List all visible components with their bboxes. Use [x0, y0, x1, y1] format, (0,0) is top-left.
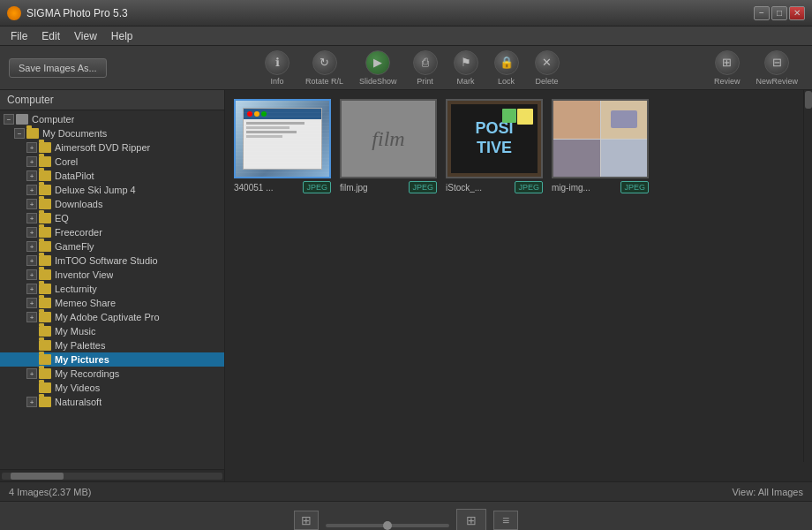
expand-btn[interactable]: + — [26, 170, 37, 181]
expand-btn[interactable]: − — [14, 128, 25, 139]
folder-icon — [39, 298, 51, 308]
tree-item-imtoo[interactable]: + ImTOO Software Studio — [0, 254, 224, 268]
thumbnail-img2[interactable]: film film.jpg JPEG — [340, 99, 437, 193]
tree-item-my-music[interactable]: My Music — [0, 324, 224, 338]
sticky-note-green — [502, 109, 516, 123]
expand-btn[interactable]: + — [26, 397, 37, 407]
mark-button[interactable]: ⚑ Mark — [448, 49, 484, 87]
expand-btn[interactable]: + — [26, 269, 37, 280]
thumbnail-img1[interactable]: 340051 ... JPEG — [234, 99, 331, 193]
menu-edit[interactable]: Edit — [34, 28, 67, 44]
small-view-button[interactable]: ⊞ Small — [294, 511, 319, 530]
expand-btn[interactable]: + — [26, 142, 37, 153]
jpeg-badge: JPEG — [409, 181, 437, 193]
thumb-frame-3[interactable]: POSITIVE — [446, 99, 543, 178]
thumb-frame-2[interactable]: film — [340, 99, 437, 178]
newreview-button[interactable]: ⊟ NewReview — [750, 49, 803, 87]
tree-item-my-documents[interactable]: − My Documents — [0, 126, 224, 140]
tree-item-deluxe-ski[interactable]: + Deluxe Ski Jump 4 — [0, 183, 224, 197]
list-view-button[interactable]: ≡ List — [493, 511, 518, 530]
thumb-info-2: film.jpg JPEG — [340, 181, 437, 193]
tree-item-gamefly[interactable]: + GameFly — [0, 239, 224, 254]
expand-btn[interactable]: + — [26, 199, 37, 209]
tree-item-naturalsoft[interactable]: + Naturalsoft — [0, 395, 224, 409]
folder-icon — [39, 156, 51, 167]
delete-button[interactable]: ✕ Delete — [530, 49, 565, 87]
tree-item-my-videos[interactable]: My Videos — [0, 381, 224, 395]
status-bar: 4 Images(2.37 MB) View: All Images — [0, 481, 812, 501]
print-button[interactable]: ⎙ Print — [408, 49, 443, 87]
title-text: SIGMA Photo Pro 5.3 — [26, 7, 752, 19]
save-images-button[interactable]: Save Images As... — [9, 58, 107, 78]
sidebar-scrollbar[interactable] — [0, 469, 224, 481]
folder-icon — [39, 255, 51, 266]
expand-btn[interactable]: + — [26, 312, 37, 322]
tree-item-downloads[interactable]: + Downloads — [0, 197, 224, 211]
menu-view[interactable]: View — [67, 28, 104, 44]
lock-button[interactable]: 🔒 Lock — [489, 49, 524, 87]
app-icon — [7, 6, 21, 20]
folder-icon — [39, 382, 51, 393]
thumb-image-2: film — [342, 101, 435, 177]
folder-icon — [39, 368, 51, 379]
tree-item-my-palettes[interactable]: My Palettes — [0, 338, 224, 352]
tree-item-my-adobe[interactable]: + My Adobe Captivate Pro — [0, 310, 224, 324]
info-icon: ℹ — [265, 50, 289, 75]
expand-btn[interactable]: + — [26, 241, 37, 252]
expand-btn[interactable]: + — [26, 156, 37, 167]
tree-item-my-recordings[interactable]: + My Recordings — [0, 367, 224, 381]
folder-icon — [39, 397, 51, 407]
tree-item-memeo[interactable]: + Memeo Share — [0, 296, 224, 310]
expand-btn[interactable]: + — [26, 185, 37, 195]
review-button[interactable]: ⊞ Review — [709, 49, 746, 87]
expand-btn[interactable]: + — [26, 368, 37, 379]
slider-thumb[interactable] — [383, 521, 392, 530]
image-grid[interactable]: 340051 ... JPEG film film.jpg JPEG — [225, 90, 812, 481]
thumbnail-img3[interactable]: POSITIVE iStock_... JPEG — [446, 99, 543, 193]
tree-item-lecturnity[interactable]: + Lecturnity — [0, 282, 224, 296]
menu-help[interactable]: Help — [104, 28, 140, 44]
maximize-button[interactable]: □ — [771, 6, 787, 20]
rotate-button[interactable]: ↻ Rotate R/L — [300, 49, 349, 87]
thumbnail-img4[interactable]: mig-img... JPEG — [552, 99, 649, 193]
sticky-note-yellow — [517, 109, 533, 125]
expand-btn[interactable]: + — [26, 298, 37, 308]
tree-item-my-pictures[interactable]: My Pictures — [0, 352, 224, 367]
large-view-button[interactable]: ⊞ Large — [456, 509, 486, 530]
info-button[interactable]: ℹ Info — [259, 49, 295, 87]
size-slider[interactable] — [326, 524, 449, 527]
status-right: View: All Images — [732, 487, 803, 497]
expand-btn[interactable]: + — [26, 255, 37, 266]
tree-item-inventor-view[interactable]: + Inventor View — [0, 268, 224, 282]
jpeg-badge: JPEG — [515, 181, 543, 193]
toolbar: Save Images As... ℹ Info ↻ Rotate R/L ▶ … — [0, 46, 812, 90]
large-icon: ⊞ — [456, 509, 486, 530]
close-button[interactable]: ✕ — [789, 6, 805, 20]
positive-text: POSITIVE — [475, 119, 513, 157]
expand-btn[interactable]: − — [4, 114, 14, 125]
expand-btn[interactable]: + — [26, 284, 37, 294]
vertical-scrollbar[interactable] — [803, 90, 812, 462]
slideshow-button[interactable]: ▶ SlideShow — [354, 49, 402, 87]
tree-item-computer[interactable]: − Computer — [0, 112, 224, 126]
delete-icon: ✕ — [535, 50, 560, 75]
tree-item-aimersoft[interactable]: + Aimersoft DVD Ripper — [0, 140, 224, 155]
thumb-frame-4[interactable] — [552, 99, 649, 178]
thumb-image-3: POSITIVE — [447, 101, 541, 177]
sidebar-header: Computer — [0, 90, 224, 110]
expand-btn[interactable]: + — [26, 227, 37, 238]
menu-file[interactable]: File — [4, 28, 34, 44]
rotate-icon: ↻ — [312, 50, 337, 75]
tree-item-corel[interactable]: + Corel — [0, 155, 224, 169]
photo-cell-3 — [553, 140, 600, 178]
slider-track[interactable] — [326, 524, 449, 527]
sidebar-tree[interactable]: − Computer − My Documents + Aimersoft DV… — [0, 110, 224, 469]
folder-icon — [39, 269, 51, 280]
minimize-button[interactable]: − — [754, 6, 770, 20]
thumb-frame-1[interactable] — [234, 99, 331, 178]
tree-item-freecorder[interactable]: + Freecorder — [0, 225, 224, 239]
tree-item-datapilot[interactable]: + DataPilot — [0, 169, 224, 183]
folder-icon — [39, 241, 51, 252]
tree-item-eq[interactable]: + EQ — [0, 211, 224, 225]
expand-btn[interactable]: + — [26, 213, 37, 223]
